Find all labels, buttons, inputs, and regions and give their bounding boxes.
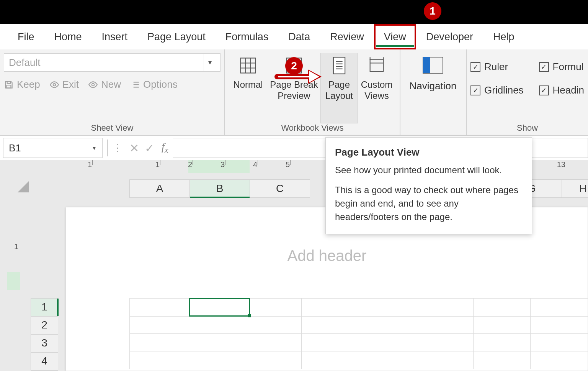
group-label-sheet-view: Sheet View — [0, 123, 224, 133]
tab-page-layout[interactable]: Page Layout — [137, 24, 216, 49]
select-all-triangle[interactable] — [18, 181, 29, 192]
add-header-placeholder[interactable]: Add header — [66, 247, 588, 264]
group-show: ✓ Ruler ✓ Formul ✓ Gridlines ✓ Headin Sh… — [467, 49, 588, 135]
keep-label: Keep — [17, 79, 40, 90]
tab-view[interactable]: View — [374, 24, 416, 49]
cell-grid[interactable] — [129, 298, 588, 371]
eye-new-icon — [88, 80, 98, 90]
headings-checkbox[interactable]: ✓ Headin — [539, 84, 584, 96]
new-button[interactable]: New — [88, 79, 121, 90]
tab-review[interactable]: Review — [320, 24, 374, 49]
ruler-label: Ruler — [484, 61, 508, 73]
sheet-view-dropdown[interactable]: Default ▾ — [4, 53, 220, 72]
svg-rect-9 — [241, 58, 256, 73]
navigation-button[interactable]: Navigation — [404, 53, 462, 92]
row-header-4[interactable]: 4 — [31, 353, 58, 371]
tooltip-title: Page Layout View — [335, 145, 523, 160]
group-label-workbook-views: Workbook Views — [225, 123, 400, 133]
callout-1: 1 — [424, 2, 441, 20]
chevron-down-icon: ▾ — [204, 54, 216, 71]
callout-2: 2 — [285, 57, 303, 75]
list-icon — [130, 80, 140, 90]
custom-views-label-1: Custom — [361, 79, 393, 90]
tab-insert[interactable]: Insert — [92, 24, 138, 49]
tab-data[interactable]: Data — [278, 24, 320, 49]
tab-help[interactable]: Help — [483, 24, 524, 49]
row-header-2[interactable]: 2 — [31, 317, 58, 335]
ruler-checkbox[interactable]: ✓ Ruler — [470, 61, 524, 73]
exit-button[interactable]: Exit — [49, 79, 79, 90]
custom-views-label-2: Views — [364, 90, 389, 102]
page-layout-label-2: Layout — [325, 90, 353, 102]
svg-rect-17 — [333, 57, 345, 74]
name-box-value: B1 — [9, 142, 21, 154]
ruler-tick: 5 — [282, 160, 290, 173]
row-header-1[interactable]: 1 — [31, 298, 58, 317]
normal-view-button[interactable]: Normal — [229, 53, 267, 123]
svg-rect-27 — [423, 57, 430, 73]
ribbon: Default ▾ Keep Exit New Options Sheet Vi… — [0, 49, 588, 136]
ruler-tick: 3 — [217, 160, 225, 173]
column-header-h[interactable]: H — [562, 179, 588, 198]
gridlines-checkbox[interactable]: ✓ Gridlines — [470, 84, 524, 96]
tab-formulas[interactable]: Formulas — [216, 24, 279, 49]
ruler-tick: 1 — [152, 160, 160, 173]
check-icon: ✓ — [470, 62, 480, 72]
svg-point-2 — [92, 83, 95, 86]
active-cell[interactable] — [189, 298, 250, 317]
custom-views-icon — [367, 56, 387, 76]
gridlines-label: Gridlines — [484, 84, 524, 96]
keep-button[interactable]: Keep — [4, 79, 40, 90]
save-icon — [4, 80, 14, 90]
column-header-c[interactable]: C — [250, 179, 310, 198]
svg-rect-22 — [370, 60, 384, 71]
page-layout-label-1: Page — [328, 79, 350, 90]
cancel-icon[interactable]: ✕ — [126, 141, 142, 155]
tooltip-line-1: See how your printed document will look. — [335, 164, 523, 177]
tooltip-line-2: This is a good way to check out where pa… — [335, 184, 523, 223]
formula-bar-checkbox[interactable]: ✓ Formul — [539, 61, 584, 73]
chevron-down-icon: ▼ — [91, 145, 97, 151]
check-icon: ✓ — [539, 62, 549, 72]
options-button[interactable]: Options — [130, 79, 178, 90]
group-navigation: Navigation — [400, 49, 467, 135]
tab-file[interactable]: File — [8, 24, 44, 49]
name-box[interactable]: B1 ▼ — [3, 138, 103, 158]
column-header-b[interactable]: B — [190, 179, 250, 198]
normal-view-label: Normal — [233, 79, 263, 90]
check-icon: ✓ — [539, 85, 549, 95]
ruler-tick: 13 — [554, 160, 565, 173]
options-label: Options — [143, 79, 178, 90]
page-break-label-2: Preview — [278, 90, 310, 102]
custom-views-button[interactable]: Custom Views — [358, 53, 396, 123]
vertical-ruler[interactable]: 1 — [7, 207, 20, 371]
ribbon-tabs: File Home Insert Page Layout Formulas Da… — [0, 24, 588, 49]
navigation-label: Navigation — [410, 80, 457, 92]
group-label-show: Show — [467, 123, 588, 133]
page-layout-view-button[interactable]: Page Layout — [321, 53, 358, 123]
separator — [107, 140, 108, 156]
column-header-a[interactable]: A — [129, 179, 190, 198]
formula-bar-label: Formul — [553, 61, 584, 73]
navigation-pane-icon — [421, 56, 444, 75]
tab-home[interactable]: Home — [44, 24, 92, 49]
row-header-3[interactable]: 3 — [31, 335, 58, 353]
check-icon: ✓ — [470, 85, 480, 95]
titlebar — [0, 0, 588, 24]
group-sheet-view: Default ▾ Keep Exit New Options Sheet Vi… — [0, 49, 225, 135]
enter-icon[interactable]: ✓ — [142, 141, 157, 155]
svg-point-1 — [53, 83, 56, 86]
headings-label: Headin — [553, 84, 584, 96]
normal-view-icon — [238, 56, 258, 76]
ruler-tick: 4 — [250, 160, 257, 173]
ruler-tick: 1 — [7, 242, 20, 251]
new-label: New — [101, 79, 121, 90]
drag-handle-icon[interactable]: ⋮ — [113, 142, 121, 154]
ruler-tick: 1 — [84, 160, 92, 173]
exit-label: Exit — [62, 79, 79, 90]
group-workbook-views: Normal Page Break Preview Page Layout — [225, 49, 400, 135]
eye-exit-icon — [49, 80, 59, 90]
fx-icon[interactable]: fx — [162, 141, 168, 155]
tab-developer[interactable]: Developer — [416, 24, 483, 49]
page-layout-tooltip: Page Layout View See how your printed do… — [325, 137, 532, 234]
